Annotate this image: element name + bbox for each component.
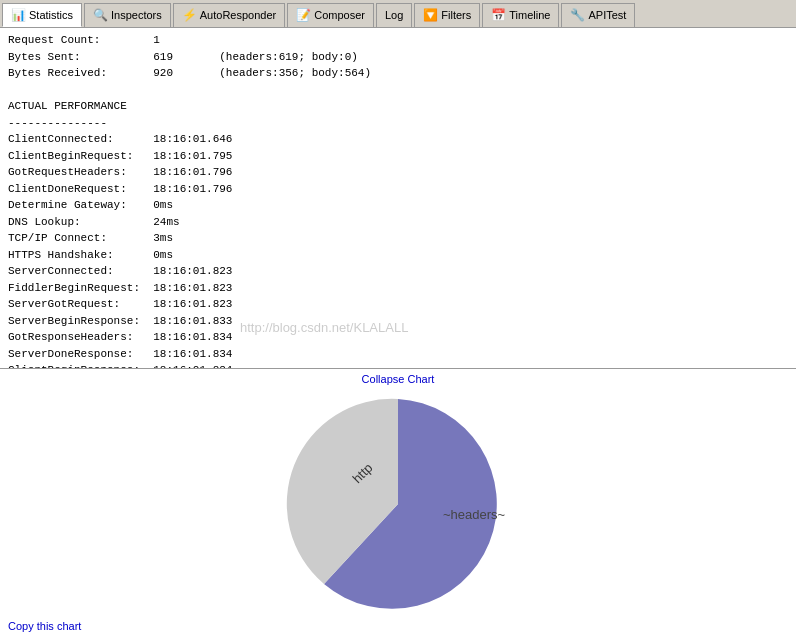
statistics-icon: 📊 [11,8,26,22]
tab-composer-label: Composer [314,9,365,21]
collapse-chart-link[interactable]: Collapse Chart [362,373,435,385]
chart-area: Collapse Chart http ~headers~ [0,369,796,640]
tab-statistics-label: Statistics [29,9,73,21]
pie-chart-svg: http ~headers~ [268,389,528,619]
pie-chart-container: http ~headers~ [268,389,528,619]
tab-autoresponder-label: AutoResponder [200,9,276,21]
filters-icon: 🔽 [423,8,438,22]
tab-filters-label: Filters [441,9,471,21]
tab-autoresponder[interactable]: ⚡ AutoResponder [173,3,285,27]
tab-apitest-label: APITest [588,9,626,21]
tab-log-label: Log [385,9,403,21]
copy-chart-link[interactable]: Copy this chart [8,620,81,632]
pie-label-headers: ~headers~ [443,507,506,522]
tab-statistics[interactable]: 📊 Statistics [2,3,82,27]
stats-text: Request Count: 1 Bytes Sent: 619 (header… [8,32,788,368]
autoresponder-icon: ⚡ [182,8,197,22]
stats-panel: Request Count: 1 Bytes Sent: 619 (header… [0,28,796,368]
tab-log[interactable]: Log [376,3,412,27]
tab-filters[interactable]: 🔽 Filters [414,3,480,27]
inspectors-icon: 🔍 [93,8,108,22]
main-content: Request Count: 1 Bytes Sent: 619 (header… [0,28,796,640]
tab-apitest[interactable]: 🔧 APITest [561,3,635,27]
apitest-icon: 🔧 [570,8,585,22]
composer-icon: 📝 [296,8,311,22]
tab-inspectors-label: Inspectors [111,9,162,21]
tab-composer[interactable]: 📝 Composer [287,3,374,27]
tab-bar: 📊 Statistics 🔍 Inspectors ⚡ AutoResponde… [0,0,796,28]
tab-timeline[interactable]: 📅 Timeline [482,3,559,27]
timeline-icon: 📅 [491,8,506,22]
tab-timeline-label: Timeline [509,9,550,21]
tab-inspectors[interactable]: 🔍 Inspectors [84,3,171,27]
